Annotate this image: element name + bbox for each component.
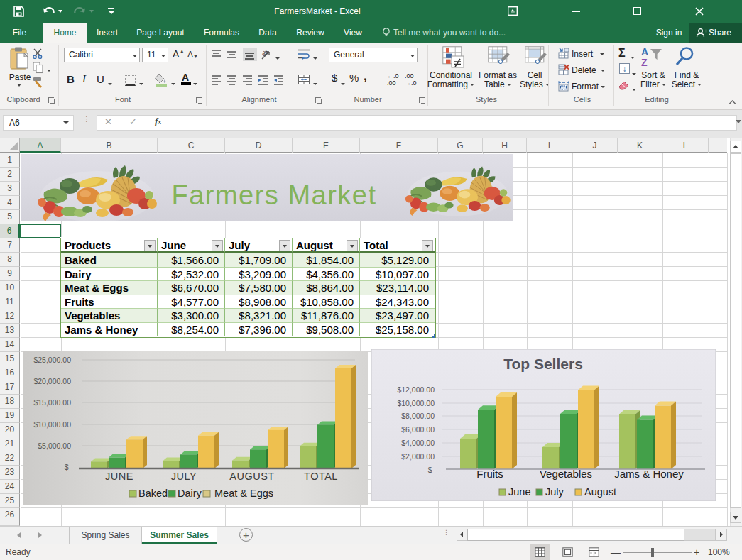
svg-text:$8,000.00: $8,000.00 xyxy=(401,412,435,420)
svg-text:TOTAL: TOTAL xyxy=(304,471,338,482)
svg-text:$10,000.00: $10,000.00 xyxy=(33,420,71,429)
svg-text:$4,000.00: $4,000.00 xyxy=(401,439,435,447)
svg-text:JUNE: JUNE xyxy=(105,471,133,482)
svg-text:Top Sellers: Top Sellers xyxy=(503,356,583,372)
svg-text:$12,000.00: $12,000.00 xyxy=(397,385,435,394)
svg-text:Jams & Honey: Jams & Honey xyxy=(614,468,684,480)
svg-text:August: August xyxy=(584,486,616,498)
svg-text:$-: $- xyxy=(428,466,435,474)
svg-text:ab: ab xyxy=(261,49,270,57)
svg-text:AUGUST: AUGUST xyxy=(229,471,274,482)
svg-text:July: July xyxy=(545,486,564,498)
svg-text:$25,000.00: $25,000.00 xyxy=(33,356,71,364)
svg-text:Meat & Eggs: Meat & Eggs xyxy=(214,488,273,499)
svg-text:$2,000.00: $2,000.00 xyxy=(401,452,435,461)
svg-text:June: June xyxy=(508,486,530,498)
svg-text:Vegetables: Vegetables xyxy=(540,468,592,480)
svg-text:$6,000.00: $6,000.00 xyxy=(401,425,435,434)
svg-text:Z: Z xyxy=(641,57,648,67)
svg-text:Baked: Baked xyxy=(138,488,168,499)
svg-text:$5,000.00: $5,000.00 xyxy=(38,441,71,450)
svg-text:$10,000.00: $10,000.00 xyxy=(397,399,435,407)
svg-text:Dairy: Dairy xyxy=(178,488,202,499)
svg-text:$-: $- xyxy=(65,463,72,471)
svg-text:$20,000.00: $20,000.00 xyxy=(33,377,71,385)
svg-text:A: A xyxy=(641,46,648,57)
svg-text:$15,000.00: $15,000.00 xyxy=(33,398,71,407)
svg-text:JULY: JULY xyxy=(171,471,197,482)
svg-text:Fruits: Fruits xyxy=(476,468,503,480)
svg-text:Farmers Market: Farmers Market xyxy=(171,180,376,210)
